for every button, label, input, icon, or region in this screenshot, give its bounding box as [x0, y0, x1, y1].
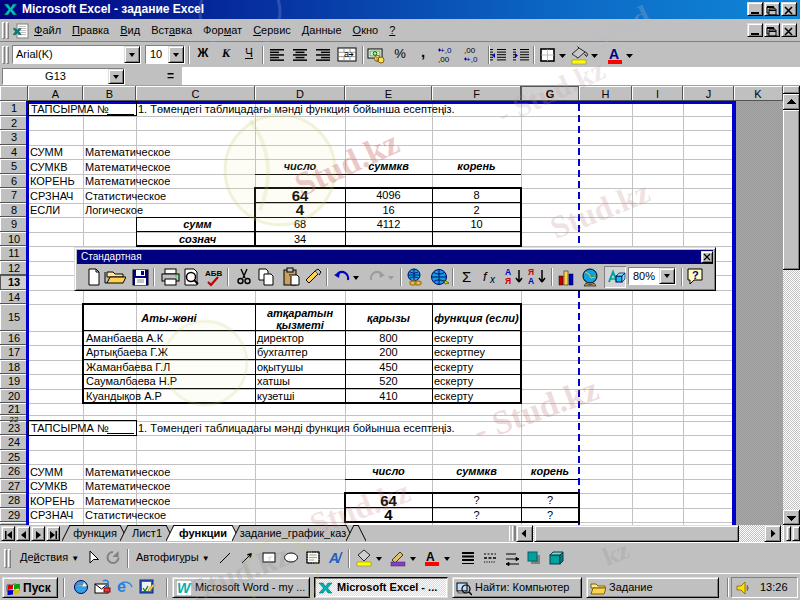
- svg-text:ескерту: ескерту: [434, 361, 474, 373]
- svg-text:E: E: [385, 88, 392, 100]
- svg-text:Аты-жөні: Аты-жөні: [140, 312, 197, 324]
- svg-text:Математическое: Математическое: [85, 466, 170, 478]
- svg-text:Саумалбаева Н.Р: Саумалбаева Н.Р: [86, 375, 177, 387]
- svg-text:68: 68: [294, 218, 306, 230]
- svg-text:800: 800: [379, 332, 397, 344]
- svg-text:,00: ,00: [464, 46, 476, 55]
- svg-text:корень: корень: [531, 465, 569, 477]
- svg-text:10: 10: [8, 233, 20, 245]
- svg-text:кузетші: кузетші: [257, 390, 294, 402]
- svg-text:5: 5: [11, 160, 17, 172]
- svg-text:B: B: [106, 88, 113, 100]
- svg-text:4: 4: [11, 146, 17, 158]
- svg-text:Статистическое: Статистическое: [85, 190, 166, 202]
- svg-text:1. Төмендегі таблицадағы мәнді: 1. Төмендегі таблицадағы мәнді функция б…: [138, 422, 455, 434]
- svg-text:+,0: +,0: [440, 46, 452, 55]
- svg-text:?: ?: [473, 509, 479, 521]
- svg-text:СУММ: СУММ: [30, 466, 63, 478]
- svg-text:19: 19: [8, 375, 20, 387]
- svg-text:хатшы: хатшы: [257, 375, 290, 387]
- svg-text:суммкв: суммкв: [456, 465, 497, 477]
- svg-text:число: число: [284, 160, 317, 172]
- svg-text:ескертпеу: ескертпеу: [434, 346, 486, 358]
- svg-text:H: H: [602, 88, 610, 100]
- svg-text:J: J: [706, 88, 712, 100]
- svg-text:?: ?: [547, 494, 553, 506]
- svg-text:Математическое: Математическое: [85, 161, 170, 173]
- svg-text:функция (если): функция (если): [434, 312, 519, 324]
- svg-text:18: 18: [8, 361, 20, 373]
- svg-text:12: 12: [8, 262, 20, 274]
- svg-text:34: 34: [294, 233, 306, 245]
- svg-text:9: 9: [11, 218, 17, 230]
- svg-text:23: 23: [8, 422, 20, 434]
- svg-text:a: a: [344, 49, 349, 59]
- svg-text:A: A: [609, 46, 619, 62]
- svg-text:A: A: [328, 550, 339, 566]
- svg-text:ЕСЛИ: ЕСЛИ: [30, 204, 60, 216]
- svg-text:24: 24: [8, 436, 20, 448]
- svg-text:26: 26: [8, 465, 20, 477]
- svg-text:бухгалтер: бухгалтер: [257, 346, 308, 358]
- svg-text:ТАПСЫРМА №: ТАПСЫРМА №: [31, 422, 109, 434]
- svg-text:16: 16: [382, 204, 394, 216]
- svg-text:СРЗНАЧ: СРЗНАЧ: [30, 190, 73, 202]
- svg-text:520: 520: [379, 375, 397, 387]
- svg-text:7: 7: [11, 189, 17, 201]
- svg-text:I: I: [656, 88, 659, 100]
- svg-text:W: W: [177, 580, 192, 596]
- svg-text:4112: 4112: [377, 218, 401, 230]
- svg-text:13: 13: [8, 276, 20, 288]
- svg-text:Логическое: Логическое: [85, 204, 143, 216]
- svg-text:Математическое: Математическое: [85, 480, 170, 492]
- svg-text:C: C: [192, 88, 200, 100]
- svg-text:қарызы: қарызы: [367, 312, 410, 324]
- svg-text:16: 16: [8, 332, 20, 344]
- svg-text:директор: директор: [257, 332, 304, 344]
- svg-text:?: ?: [692, 269, 699, 281]
- svg-text:Математическое: Математическое: [85, 495, 170, 507]
- svg-text:8: 8: [11, 204, 17, 216]
- svg-text:K: K: [754, 88, 762, 100]
- svg-text:АБВ: АБВ: [205, 269, 223, 278]
- svg-text:25: 25: [8, 451, 20, 463]
- svg-text:СРЗНАЧ: СРЗНАЧ: [30, 509, 73, 521]
- svg-text:Артықбаева Г.Ж: Артықбаева Г.Ж: [86, 346, 168, 358]
- svg-text:СУМКВ: СУМКВ: [30, 161, 67, 173]
- svg-text:қызметі: қызметі: [276, 319, 324, 331]
- svg-text:410: 410: [379, 390, 397, 402]
- svg-text:450: 450: [379, 361, 397, 373]
- svg-text:ТАПСЫРМА №: ТАПСЫРМА №: [31, 103, 109, 115]
- svg-text:2: 2: [11, 117, 17, 129]
- svg-text:сознач: сознач: [179, 233, 217, 245]
- svg-text:17: 17: [8, 346, 20, 358]
- svg-text:4096: 4096: [376, 189, 400, 201]
- svg-text:А: А: [528, 276, 534, 286]
- svg-text:Σ: Σ: [462, 268, 471, 285]
- svg-text:4: 4: [296, 201, 305, 218]
- svg-text:СУММ: СУММ: [30, 146, 63, 158]
- svg-text:КОРЕНЬ: КОРЕНЬ: [30, 175, 75, 187]
- svg-text:Математическое: Математическое: [85, 175, 170, 187]
- svg-text:D: D: [296, 88, 304, 100]
- svg-text:x: x: [489, 274, 496, 285]
- svg-text:6: 6: [11, 175, 17, 187]
- svg-text:14: 14: [8, 291, 20, 303]
- svg-text:Аманбаева А.К: Аманбаева А.К: [86, 332, 164, 344]
- svg-text:,00: ,00: [438, 55, 450, 64]
- svg-text:Статистическое: Статистическое: [85, 509, 166, 521]
- svg-text:ескерту: ескерту: [434, 332, 474, 344]
- svg-text:27: 27: [8, 480, 20, 492]
- svg-text:8: 8: [473, 189, 479, 201]
- svg-text:1: 1: [11, 102, 17, 114]
- svg-text:суммкв: суммкв: [368, 160, 409, 172]
- svg-text:атқаратын: атқаратын: [267, 307, 334, 319]
- svg-text:корень: корень: [457, 160, 495, 172]
- svg-text:Математическое: Математическое: [85, 146, 170, 158]
- svg-text:11: 11: [8, 247, 19, 259]
- svg-text:число: число: [372, 465, 405, 477]
- svg-text:сумм: сумм: [183, 218, 211, 230]
- svg-text:?: ?: [473, 494, 479, 506]
- svg-text:4: 4: [384, 506, 393, 523]
- svg-text:Я: Я: [505, 276, 511, 286]
